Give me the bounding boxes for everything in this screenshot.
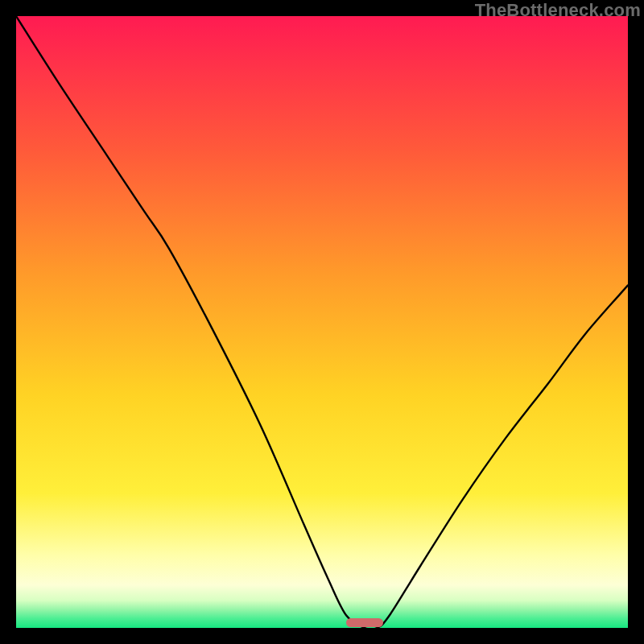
watermark-text: TheBottleneck.com [475,0,641,21]
chart-frame: TheBottleneck.com [0,0,644,644]
plot-area [16,16,628,628]
optimal-marker [346,618,383,627]
bottleneck-curve [16,16,628,628]
